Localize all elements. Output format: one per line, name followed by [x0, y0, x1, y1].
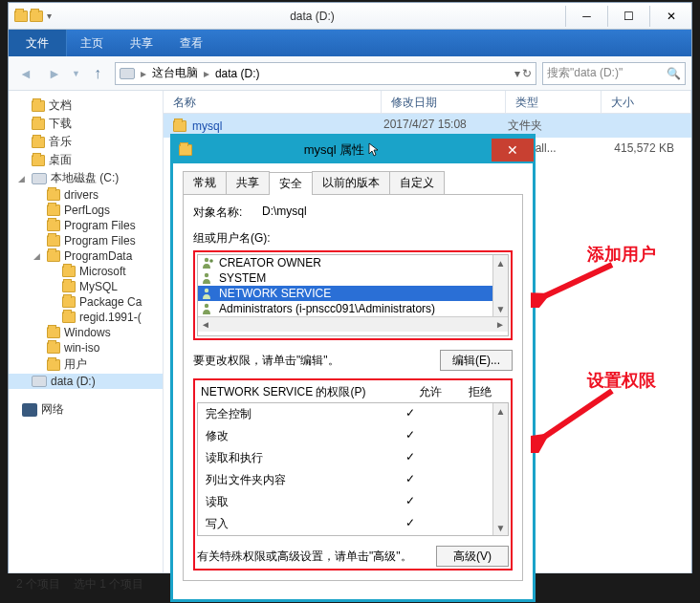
tab-previous[interactable]: 以前的版本 [312, 171, 390, 194]
perm-row: 读取和执行✓ [198, 447, 492, 469]
breadcrumb-current[interactable]: data (D:) [215, 67, 260, 80]
tree-local-c[interactable]: ◢本地磁盘 (C:) [9, 169, 163, 187]
scroll-right-icon[interactable]: ► [492, 317, 508, 332]
dialog-title: mysql 属性 [304, 141, 365, 159]
folder-icon [47, 220, 60, 231]
file-tab[interactable]: 文件 [9, 30, 67, 56]
col-date[interactable]: 修改日期 [382, 91, 506, 113]
folder-icon [32, 137, 45, 148]
edit-hint: 要更改权限，请单击"编辑"。 [193, 353, 440, 369]
home-tab[interactable]: 主页 [67, 30, 117, 56]
groups-listbox[interactable]: CREATOR OWNER SYSTEM NETWORK SERVICE Adm… [197, 254, 509, 336]
tree-users[interactable]: 用户 [9, 355, 163, 374]
group-icon [202, 257, 215, 269]
edit-button[interactable]: 编辑(E)... [440, 350, 513, 371]
perm-row: 写入✓ [198, 513, 492, 535]
tree-program-files[interactable]: Program Files [9, 218, 163, 233]
group-item[interactable]: SYSTEM [198, 270, 492, 286]
tree-drivers[interactable]: drivers [9, 187, 163, 203]
caret-icon[interactable]: ◢ [33, 251, 40, 261]
tab-custom[interactable]: 自定义 [389, 171, 445, 194]
groups-label: 组或用户名(G): [193, 230, 513, 247]
group-item-selected[interactable]: NETWORK SERVICE [198, 286, 492, 301]
folder-icon [173, 120, 186, 132]
scroll-left-icon[interactable]: ◄ [198, 317, 213, 332]
tree-downloads[interactable]: 下载 [9, 115, 163, 133]
breadcrumb-root[interactable]: 这台电脑 [152, 65, 198, 81]
group-icon [202, 272, 215, 284]
back-button[interactable]: ◄ [14, 62, 37, 85]
col-size[interactable]: 大小 [602, 91, 691, 113]
view-tab[interactable]: 查看 [166, 30, 216, 56]
dialog-close-button[interactable]: ✕ [492, 139, 534, 162]
scroll-up-icon[interactable]: ▲ [493, 403, 508, 419]
perm-row: 完全控制✓ [198, 403, 492, 425]
maximize-button[interactable]: ☐ [607, 6, 649, 27]
tab-security[interactable]: 安全 [269, 172, 313, 195]
svg-point-0 [205, 258, 208, 262]
caret-icon[interactable]: ◢ [18, 174, 25, 183]
group-item[interactable]: CREATOR OWNER [198, 255, 492, 270]
scroll-down-icon[interactable]: ▼ [493, 301, 508, 316]
address-dropdown-icon[interactable]: ▾ [514, 67, 520, 80]
up-button[interactable]: ↑ [86, 62, 109, 85]
groups-highlight: CREATOR OWNER SYSTEM NETWORK SERVICE Adm… [193, 250, 513, 340]
tree-network[interactable]: 网络 [9, 400, 163, 419]
dialog-tabs: 常规 共享 安全 以前的版本 自定义 [183, 171, 523, 195]
refresh-icon[interactable]: ↻ [522, 67, 532, 80]
perm-row: 列出文件夹内容✓ [198, 469, 492, 491]
permissions-highlight: NETWORK SERVICE 的权限(P) 允许 拒绝 完全控制✓ 修改✓ 读… [193, 378, 513, 571]
group-icon [202, 288, 215, 299]
vscroll[interactable]: ▲ ▼ [492, 255, 508, 316]
folder-icon [30, 11, 43, 22]
tree-data-d[interactable]: data (D:) [9, 374, 163, 389]
minimize-button[interactable]: ─ [565, 6, 607, 27]
tree-regid[interactable]: regid.1991-( [9, 310, 163, 325]
search-input[interactable]: 搜索"data (D:)" 🔍 [542, 62, 686, 85]
folder-icon [32, 155, 45, 166]
group-item[interactable]: Administrators (i-pnscc091\Administrator… [198, 301, 492, 316]
folder-icon [32, 118, 45, 130]
tree-mysql[interactable]: MySQL [9, 279, 163, 294]
dialog-titlebar: mysql 属性 ✕ [173, 137, 533, 163]
tree-documents[interactable]: 文档 [9, 97, 163, 115]
column-headers: 名称 修改日期 类型 大小 [164, 91, 691, 114]
perm-deny-header: 拒绝 [455, 384, 505, 400]
tab-general[interactable]: 常规 [183, 171, 227, 194]
vscroll[interactable]: ▲ ▼ [492, 403, 508, 535]
tree-perflogs[interactable]: PerfLogs [9, 203, 163, 218]
col-name[interactable]: 名称 [164, 91, 382, 113]
folder-icon [47, 359, 60, 371]
tree-winiso[interactable]: win-iso [9, 340, 163, 355]
folder-icon [47, 205, 60, 216]
security-panel: 对象名称: D:\mysql 组或用户名(G): CREATOR OWNER S… [183, 195, 523, 581]
advanced-button[interactable]: 高级(V) [436, 546, 509, 567]
history-dropdown-icon[interactable]: ▼ [72, 69, 80, 78]
status-selected: 选中 1 个项目 [74, 576, 143, 591]
tree-programdata[interactable]: ◢ProgramData [9, 248, 163, 264]
address-box[interactable]: ▸ 这台电脑 ▸ data (D:) ▾ ↻ [115, 62, 536, 85]
perm-allow-header: 允许 [405, 384, 455, 400]
check-icon: ✓ [405, 406, 415, 420]
tree-microsoft[interactable]: Microsoft [9, 264, 163, 279]
tree-windows[interactable]: Windows [9, 325, 163, 340]
col-type[interactable]: 类型 [506, 91, 602, 113]
tree-desktop[interactable]: 桌面 [9, 151, 163, 169]
search-icon: 🔍 [667, 67, 681, 80]
folder-icon [47, 189, 60, 201]
forward-button[interactable]: ► [43, 62, 66, 85]
tree-music[interactable]: 音乐 [9, 133, 163, 151]
scroll-up-icon[interactable]: ▲ [493, 255, 508, 270]
scroll-down-icon[interactable]: ▼ [493, 520, 508, 535]
hscroll[interactable]: ◄ ► [198, 316, 508, 332]
folder-icon [14, 11, 28, 22]
share-tab[interactable]: 共享 [117, 30, 166, 56]
advanced-hint: 有关特殊权限或高级设置，请单击"高级"。 [197, 549, 436, 565]
tree-program-files-x86[interactable]: Program Files [9, 233, 163, 248]
tree-package-cache[interactable]: Package Ca [9, 294, 163, 310]
titlebar: ▾ data (D:) ─ ☐ ✕ [9, 3, 691, 30]
tab-share[interactable]: 共享 [226, 171, 270, 194]
folder-icon [62, 312, 76, 323]
group-icon [202, 303, 215, 314]
close-button[interactable]: ✕ [649, 6, 691, 27]
